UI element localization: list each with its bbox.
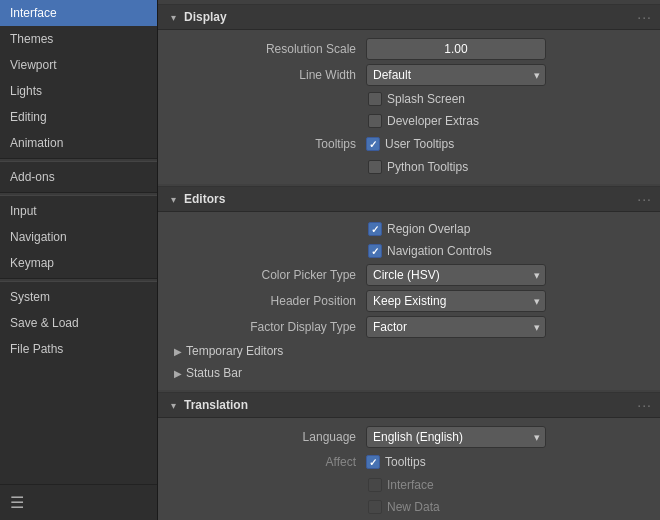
sidebar-item-system[interactable]: System xyxy=(0,284,157,310)
sidebar-item-keymap-label: Keymap xyxy=(10,256,54,270)
sidebar-item-navigation[interactable]: Navigation xyxy=(0,224,157,250)
hamburger-area: ☰ xyxy=(0,484,157,520)
affect-interface-label: Interface xyxy=(387,478,434,492)
header-position-select[interactable]: Keep Existing Top Bottom xyxy=(366,290,546,312)
developer-extras-row: Developer Extras xyxy=(158,110,660,132)
status-bar-label: Status Bar xyxy=(186,366,242,380)
region-overlap-row: Region Overlap xyxy=(158,218,660,240)
navigation-controls-checkbox[interactable] xyxy=(368,244,382,258)
editors-section: ▾ Editors ··· Region Overlap Navigation … xyxy=(158,186,660,390)
hamburger-icon[interactable]: ☰ xyxy=(10,494,24,511)
language-select-wrapper: English (English) French (Français) Germ… xyxy=(366,426,546,448)
factor-display-value: Factor Percentage xyxy=(366,316,652,338)
factor-display-label: Factor Display Type xyxy=(166,320,366,334)
temp-editors-row[interactable]: ▶ Temporary Editors xyxy=(158,340,660,362)
affect-new-data-checkbox[interactable] xyxy=(368,500,382,514)
line-width-select[interactable]: Default Thin Thick xyxy=(366,64,546,86)
display-settings-area: Resolution Scale Line Width Default Thin… xyxy=(158,30,660,184)
sidebar-divider-2 xyxy=(0,192,157,196)
sidebar-item-interface[interactable]: Interface xyxy=(0,0,157,26)
editors-collapse-arrow: ▾ xyxy=(166,192,180,206)
translation-collapse-arrow: ▾ xyxy=(166,398,180,412)
affect-tooltips-checkbox[interactable] xyxy=(366,455,380,469)
user-tooltips-item: User Tooltips xyxy=(366,137,652,151)
language-value: English (English) French (Français) Germ… xyxy=(366,426,652,448)
editors-dots-icon[interactable]: ··· xyxy=(637,191,652,207)
display-section-header[interactable]: ▾ Display ··· xyxy=(158,4,660,30)
sidebar-item-navigation-label: Navigation xyxy=(10,230,67,244)
sidebar-item-themes[interactable]: Themes xyxy=(0,26,157,52)
display-dots-icon[interactable]: ··· xyxy=(637,9,652,25)
affect-tooltips-label: Tooltips xyxy=(385,455,426,469)
sidebar-item-interface-label: Interface xyxy=(10,6,57,20)
resolution-scale-value xyxy=(366,38,652,60)
developer-extras-label: Developer Extras xyxy=(387,114,479,128)
line-width-select-wrapper: Default Thin Thick xyxy=(366,64,546,86)
sidebar-divider-3 xyxy=(0,278,157,282)
sidebar-item-themes-label: Themes xyxy=(10,32,53,46)
sidebar-item-input[interactable]: Input xyxy=(0,198,157,224)
python-tooltips-checkbox-item: Python Tooltips xyxy=(368,160,468,174)
sidebar-item-file-paths[interactable]: File Paths xyxy=(0,336,157,362)
color-picker-select[interactable]: Circle (HSV) Square (HSV) Square (HSL) S… xyxy=(366,264,546,286)
display-section-title: Display xyxy=(184,10,637,24)
editors-settings-area: Region Overlap Navigation Controls Color… xyxy=(158,212,660,390)
display-collapse-arrow: ▾ xyxy=(166,10,180,24)
sidebar-item-input-label: Input xyxy=(10,204,37,218)
sidebar-item-lights[interactable]: Lights xyxy=(0,78,157,104)
translation-dots-icon[interactable]: ··· xyxy=(637,397,652,413)
language-row: Language English (English) French (Franç… xyxy=(158,424,660,450)
python-tooltips-label: Python Tooltips xyxy=(387,160,468,174)
resolution-scale-label: Resolution Scale xyxy=(166,42,366,56)
main-content: ▾ Display ··· Resolution Scale Line Widt… xyxy=(158,0,660,520)
affect-interface-item: Interface xyxy=(368,478,434,492)
status-bar-row[interactable]: ▶ Status Bar xyxy=(158,362,660,384)
user-tooltips-checkbox[interactable] xyxy=(366,137,380,151)
affect-new-data-item: New Data xyxy=(368,500,440,514)
line-width-value: Default Thin Thick xyxy=(366,64,652,86)
temp-editors-arrow: ▶ xyxy=(174,346,182,357)
sidebar-item-viewport-label: Viewport xyxy=(10,58,56,72)
language-label: Language xyxy=(166,430,366,444)
translation-section-title: Translation xyxy=(184,398,637,412)
sidebar-item-keymap[interactable]: Keymap xyxy=(0,250,157,276)
developer-extras-checkbox-item: Developer Extras xyxy=(368,114,479,128)
splash-screen-checkbox[interactable] xyxy=(368,92,382,106)
sidebar-item-addons[interactable]: Add-ons xyxy=(0,164,157,190)
language-select[interactable]: English (English) French (Français) Germ… xyxy=(366,426,546,448)
line-width-row: Line Width Default Thin Thick xyxy=(158,62,660,88)
translation-section-header[interactable]: ▾ Translation ··· xyxy=(158,392,660,418)
developer-extras-checkbox[interactable] xyxy=(368,114,382,128)
affect-row: Affect Tooltips xyxy=(158,450,660,474)
navigation-controls-checkbox-item: Navigation Controls xyxy=(368,244,492,258)
python-tooltips-checkbox[interactable] xyxy=(368,160,382,174)
splash-screen-label: Splash Screen xyxy=(387,92,465,106)
sidebar-item-save-load[interactable]: Save & Load xyxy=(0,310,157,336)
sidebar-item-editing-label: Editing xyxy=(10,110,47,124)
sidebar-item-animation[interactable]: Animation xyxy=(0,130,157,156)
affect-tooltips-value: Tooltips xyxy=(366,455,652,469)
sidebar-item-addons-label: Add-ons xyxy=(10,170,55,184)
color-picker-value: Circle (HSV) Square (HSV) Square (HSL) S… xyxy=(366,264,652,286)
sidebar-item-system-label: System xyxy=(10,290,50,304)
tooltips-label: Tooltips xyxy=(166,137,366,151)
header-position-value: Keep Existing Top Bottom xyxy=(366,290,652,312)
translation-section: ▾ Translation ··· Language English (Engl… xyxy=(158,392,660,520)
user-tooltips-label: User Tooltips xyxy=(385,137,454,151)
resolution-scale-input[interactable] xyxy=(366,38,546,60)
sidebar-item-save-load-label: Save & Load xyxy=(10,316,79,330)
factor-display-select[interactable]: Factor Percentage xyxy=(366,316,546,338)
splash-screen-row: Splash Screen xyxy=(158,88,660,110)
header-position-label: Header Position xyxy=(166,294,366,308)
sidebar-item-file-paths-label: File Paths xyxy=(10,342,63,356)
editors-section-header[interactable]: ▾ Editors ··· xyxy=(158,186,660,212)
splash-screen-checkbox-item: Splash Screen xyxy=(368,92,465,106)
affect-interface-checkbox[interactable] xyxy=(368,478,382,492)
sidebar-item-viewport[interactable]: Viewport xyxy=(0,52,157,78)
region-overlap-checkbox-item: Region Overlap xyxy=(368,222,470,236)
affect-new-data-row: New Data xyxy=(158,496,660,518)
sidebar-item-animation-label: Animation xyxy=(10,136,63,150)
sidebar-item-lights-label: Lights xyxy=(10,84,42,98)
region-overlap-checkbox[interactable] xyxy=(368,222,382,236)
sidebar-item-editing[interactable]: Editing xyxy=(0,104,157,130)
